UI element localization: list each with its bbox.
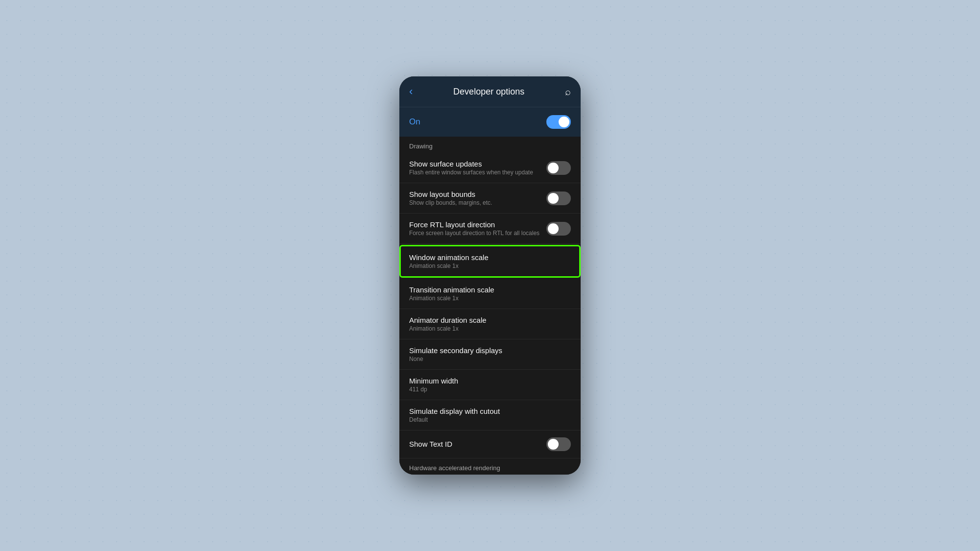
toggle-knob [559,117,569,127]
minimum-width-title: Minimum width [409,377,571,385]
header-title: Developer options [453,87,524,97]
hardware-section-label: Hardware accelerated rendering [399,458,581,475]
toggle-knob [548,223,559,234]
force-rtl-item[interactable]: Force RTL layout direction Force screen … [399,214,581,244]
minimum-width-subtitle: 411 dp [409,386,571,393]
show-surface-updates-subtitle: Flash entire window surfaces when they u… [409,169,546,176]
toggle-knob [548,163,559,173]
simulate-display-cutout-subtitle: Default [409,416,571,423]
developer-options-toggle-row[interactable]: On [399,107,581,137]
phone-screen: ‹ Developer options ⌕ On Drawing Show su… [399,76,581,475]
show-layout-bounds-toggle[interactable] [546,192,571,205]
force-rtl-title: Force RTL layout direction [409,220,546,229]
simulate-secondary-displays-title: Simulate secondary displays [409,346,571,355]
back-button[interactable]: ‹ [409,85,413,98]
show-layout-bounds-item[interactable]: Show layout bounds Show clip bounds, mar… [399,183,581,214]
toggle-knob [548,439,559,450]
search-icon[interactable]: ⌕ [565,86,571,97]
simulate-display-cutout-item[interactable]: Simulate display with cutout Default [399,400,581,431]
drawing-section-label: Drawing [399,137,581,153]
show-text-id-title: Show Text ID [409,440,546,448]
transition-animation-scale-subtitle: Animation scale 1x [409,295,571,302]
animator-duration-scale-item[interactable]: Animator duration scale Animation scale … [399,309,581,339]
animator-duration-scale-title: Animator duration scale [409,316,571,324]
settings-list: Show surface updates Flash entire window… [399,153,581,458]
show-layout-bounds-title: Show layout bounds [409,190,546,198]
show-text-id-item[interactable]: Show Text ID [399,431,581,458]
window-animation-scale-title: Window animation scale [409,253,571,262]
minimum-width-item[interactable]: Minimum width 411 dp [399,370,581,400]
transition-animation-scale-title: Transition animation scale [409,286,571,294]
developer-options-toggle[interactable] [546,115,571,129]
simulate-display-cutout-title: Simulate display with cutout [409,407,571,415]
window-animation-scale-subtitle: Animation scale 1x [409,263,571,269]
header: ‹ Developer options ⌕ [399,76,581,107]
simulate-secondary-displays-item[interactable]: Simulate secondary displays None [399,339,581,370]
toggle-knob [548,193,559,204]
force-rtl-subtitle: Force screen layout direction to RTL for… [409,230,546,237]
transition-animation-scale-item[interactable]: Transition animation scale Animation sca… [399,279,581,309]
on-label: On [409,117,420,127]
show-layout-bounds-subtitle: Show clip bounds, margins, etc. [409,199,546,206]
show-text-id-toggle[interactable] [546,437,571,451]
simulate-secondary-displays-subtitle: None [409,356,571,362]
show-surface-updates-item[interactable]: Show surface updates Flash entire window… [399,153,581,183]
show-surface-updates-title: Show surface updates [409,160,546,168]
animator-duration-scale-subtitle: Animation scale 1x [409,325,571,332]
force-rtl-toggle[interactable] [546,222,571,236]
show-surface-updates-toggle[interactable] [546,161,571,175]
window-animation-scale-item[interactable]: Window animation scale Animation scale 1… [399,245,581,278]
